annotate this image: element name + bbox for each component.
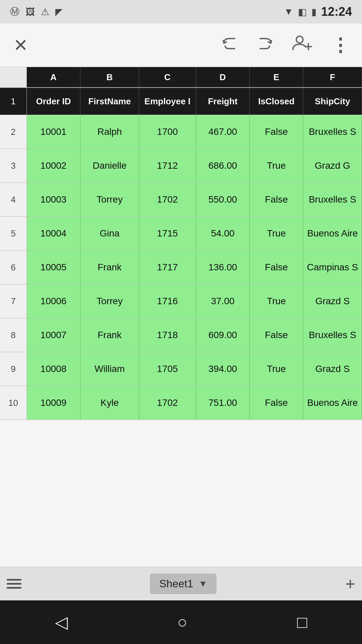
header-cell-firstname[interactable]: FirstName bbox=[80, 88, 139, 115]
add-person-button[interactable] bbox=[291, 34, 314, 56]
table-cell[interactable]: 1716 bbox=[139, 284, 196, 318]
col-header-c[interactable]: C bbox=[139, 67, 196, 87]
table-row: 1010009Kyle1702751.00FalseBuenos Aire bbox=[0, 386, 362, 420]
table-row: 310002Danielle1712686.00TrueGrazd G bbox=[0, 149, 362, 183]
table-cell[interactable]: 1702 bbox=[139, 386, 196, 420]
table-cell[interactable]: 394.00 bbox=[196, 352, 250, 386]
table-cell[interactable]: 10005 bbox=[27, 251, 80, 284]
network-icon: ◤ bbox=[55, 6, 63, 17]
more-options-button[interactable]: ⋮ bbox=[331, 35, 349, 56]
motorola-icon: Ⓜ bbox=[10, 5, 19, 18]
table-cell[interactable]: True bbox=[250, 352, 303, 386]
table-cell[interactable]: 467.00 bbox=[196, 115, 250, 149]
table-cell[interactable]: Frank bbox=[80, 251, 139, 284]
table-row: 210001Ralph1700467.00FalseBruxelles S bbox=[0, 115, 362, 149]
col-header-a[interactable]: A bbox=[27, 67, 80, 87]
table-cell[interactable]: William bbox=[80, 352, 139, 386]
table-cell[interactable]: 10003 bbox=[27, 183, 80, 216]
table-cell[interactable]: 10004 bbox=[27, 217, 80, 250]
header-cell-employee[interactable]: Employee I bbox=[139, 88, 196, 115]
header-cell-freight[interactable]: Freight bbox=[196, 88, 250, 115]
col-header-d[interactable]: D bbox=[196, 67, 250, 87]
table-cell[interactable]: 10002 bbox=[27, 149, 80, 182]
table-cell[interactable]: Grazd S bbox=[303, 352, 362, 386]
recents-button[interactable]: □ bbox=[297, 612, 307, 632]
table-cell[interactable]: False bbox=[250, 251, 303, 284]
header-cell-shipcity[interactable]: ShipCity bbox=[303, 88, 362, 115]
image-icon: 🖼 bbox=[25, 6, 35, 17]
table-cell[interactable]: Danielle bbox=[80, 149, 139, 182]
corner-cell bbox=[0, 67, 27, 87]
sheet-tab[interactable]: Sheet1 ▼ bbox=[150, 574, 217, 594]
header-cell-isclosed[interactable]: IsClosed bbox=[250, 88, 303, 115]
table-cell[interactable]: True bbox=[250, 149, 303, 182]
spreadsheet: A B C D E F 1 Order ID FirstName Employe… bbox=[0, 67, 362, 420]
row-num-6: 6 bbox=[0, 251, 27, 284]
back-button[interactable]: ◁ bbox=[55, 612, 68, 632]
table-cell[interactable]: 1718 bbox=[139, 318, 196, 352]
table-cell[interactable]: Buenos Aire bbox=[303, 386, 362, 420]
row-num-5: 5 bbox=[0, 217, 27, 250]
col-header-f[interactable]: F bbox=[303, 67, 362, 87]
table-cell[interactable]: 54.00 bbox=[196, 217, 250, 250]
col-header-e[interactable]: E bbox=[250, 67, 303, 87]
table-cell[interactable]: Torrey bbox=[80, 183, 139, 216]
status-bar: Ⓜ 🖼 ⚠ ◤ ▼ ◧ ▮ 12:24 bbox=[0, 0, 362, 23]
add-sheet-button[interactable]: + bbox=[345, 575, 355, 593]
table-cell[interactable]: 1715 bbox=[139, 217, 196, 250]
table-cell[interactable]: Campinas S bbox=[303, 251, 362, 284]
table-cell[interactable]: 1702 bbox=[139, 183, 196, 216]
table-cell[interactable]: False bbox=[250, 318, 303, 352]
table-cell[interactable]: 10009 bbox=[27, 386, 80, 420]
battery-icon: ▮ bbox=[311, 6, 316, 17]
menu-button[interactable] bbox=[7, 579, 21, 589]
table-cell[interactable]: 1717 bbox=[139, 251, 196, 284]
table-row: 710006Torrey171637.00TrueGrazd S bbox=[0, 284, 362, 318]
sheet-bar: Sheet1 ▼ + bbox=[0, 567, 362, 600]
table-cell[interactable]: False bbox=[250, 115, 303, 149]
table-cell[interactable]: Kyle bbox=[80, 386, 139, 420]
toolbar: ✕ ⋮ bbox=[0, 23, 362, 67]
table-cell[interactable]: 10007 bbox=[27, 318, 80, 352]
table-cell[interactable]: 550.00 bbox=[196, 183, 250, 216]
table-cell[interactable]: Torrey bbox=[80, 284, 139, 318]
undo-button[interactable] bbox=[221, 36, 239, 55]
sheet-dropdown-icon: ▼ bbox=[199, 579, 207, 589]
table-cell[interactable]: Grazd G bbox=[303, 149, 362, 182]
row-num-4: 4 bbox=[0, 183, 27, 216]
table-cell[interactable]: Buenos Aire bbox=[303, 217, 362, 250]
col-header-b[interactable]: B bbox=[80, 67, 139, 87]
table-cell[interactable]: Bruxelles S bbox=[303, 183, 362, 216]
table-cell[interactable]: 10008 bbox=[27, 352, 80, 386]
table-cell[interactable]: True bbox=[250, 284, 303, 318]
table-cell[interactable]: 686.00 bbox=[196, 149, 250, 182]
table-cell[interactable]: 1700 bbox=[139, 115, 196, 149]
table-cell[interactable]: Bruxelles S bbox=[303, 318, 362, 352]
table-cell[interactable]: False bbox=[250, 183, 303, 216]
table-cell[interactable]: 37.00 bbox=[196, 284, 250, 318]
table-cell[interactable]: 609.00 bbox=[196, 318, 250, 352]
table-cell[interactable]: 136.00 bbox=[196, 251, 250, 284]
table-cell[interactable]: Bruxelles S bbox=[303, 115, 362, 149]
redo-button[interactable] bbox=[256, 36, 274, 55]
table-cell[interactable]: 751.00 bbox=[196, 386, 250, 420]
header-cell-order-id[interactable]: Order ID bbox=[27, 88, 80, 115]
table-cell[interactable]: False bbox=[250, 386, 303, 420]
table-cell[interactable]: 10001 bbox=[27, 115, 80, 149]
table-cell[interactable]: 1705 bbox=[139, 352, 196, 386]
row-num-9: 9 bbox=[0, 352, 27, 386]
table-cell[interactable]: 10006 bbox=[27, 284, 80, 318]
table-cell[interactable]: True bbox=[250, 217, 303, 250]
table-cell[interactable]: Gina bbox=[80, 217, 139, 250]
row-num-2: 2 bbox=[0, 115, 27, 149]
table-cell[interactable]: Ralph bbox=[80, 115, 139, 149]
row-num-8: 8 bbox=[0, 318, 27, 352]
table-cell[interactable]: Frank bbox=[80, 318, 139, 352]
row-num-1: 1 bbox=[0, 88, 27, 115]
close-button[interactable]: ✕ bbox=[13, 37, 28, 54]
table-cell[interactable]: 1712 bbox=[139, 149, 196, 182]
table-cell[interactable]: Grazd S bbox=[303, 284, 362, 318]
table-row: 910008William1705394.00TrueGrazd S bbox=[0, 352, 362, 386]
home-button[interactable]: ○ bbox=[177, 612, 187, 632]
status-right-icons: ▼ ◧ ▮ 12:24 bbox=[284, 5, 352, 19]
